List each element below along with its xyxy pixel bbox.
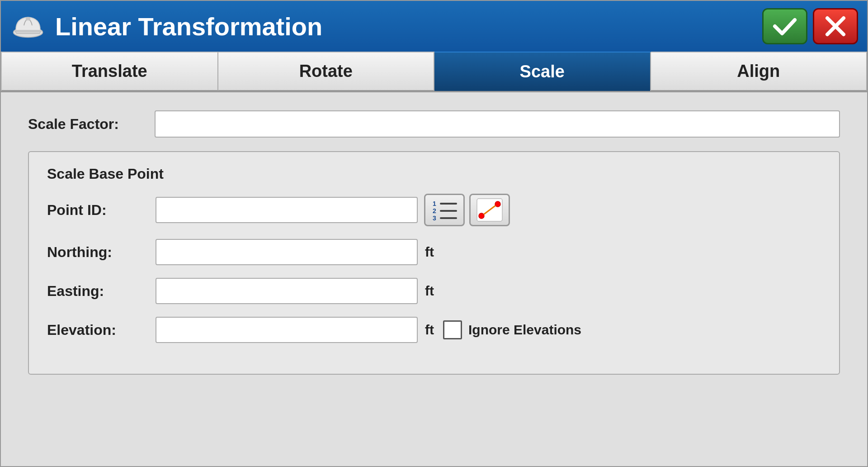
easting-unit: ft [425,283,434,299]
tab-scale[interactable]: Scale [434,52,651,91]
point-id-row: Point ID: 1 2 3 [47,194,821,226]
app-icon [10,8,46,44]
window-title: Linear Transformation [55,12,762,41]
scale-base-point-group: Scale Base Point Point ID: 1 2 3 [28,151,840,375]
scale-factor-input[interactable] [155,110,840,138]
ignore-elevations-checkbox[interactable] [443,320,462,339]
scale-content: Scale Factor: Scale Base Point Point ID:… [1,92,867,466]
elevation-row: Elevation: ft Ignore Elevations [47,317,821,343]
ignore-elevations-wrapper: Ignore Elevations [443,320,581,339]
point-id-buttons: 1 2 3 [424,194,510,226]
northing-unit: ft [425,244,434,260]
point-id-label: Point ID: [47,202,156,219]
scale-factor-label: Scale Factor: [28,116,155,133]
point-map-button[interactable] [469,194,510,226]
ok-button[interactable] [762,8,807,44]
group-title: Scale Base Point [47,166,821,182]
elevation-input[interactable] [156,317,418,343]
easting-input[interactable] [156,278,418,304]
northing-input[interactable] [156,239,418,265]
elevation-label: Elevation: [47,322,156,338]
northing-row: Northing: ft [47,239,821,265]
svg-point-12 [495,201,500,207]
svg-text:2: 2 [433,207,436,214]
tabs: Translate Rotate Scale Align [1,52,867,92]
easting-label: Easting: [47,283,156,300]
header: Linear Transformation [1,1,867,52]
tab-translate[interactable]: Translate [1,52,218,91]
cancel-button[interactable] [813,8,858,44]
northing-label: Northing: [47,244,156,261]
point-list-button[interactable]: 1 2 3 [424,194,465,226]
easting-row: Easting: ft [47,278,821,304]
ignore-elevations-label: Ignore Elevations [468,322,581,338]
elevation-unit: ft [425,322,434,338]
point-id-input[interactable] [156,197,418,223]
app-window: Linear Transformation Translate Rotate S [0,0,868,467]
tab-align[interactable]: Align [651,52,868,91]
scale-factor-row: Scale Factor: [28,110,840,138]
svg-text:1: 1 [433,200,436,207]
svg-point-1 [26,17,31,20]
tab-rotate[interactable]: Rotate [218,52,435,91]
svg-point-11 [479,213,484,219]
svg-text:3: 3 [433,214,436,222]
header-buttons [762,8,858,44]
